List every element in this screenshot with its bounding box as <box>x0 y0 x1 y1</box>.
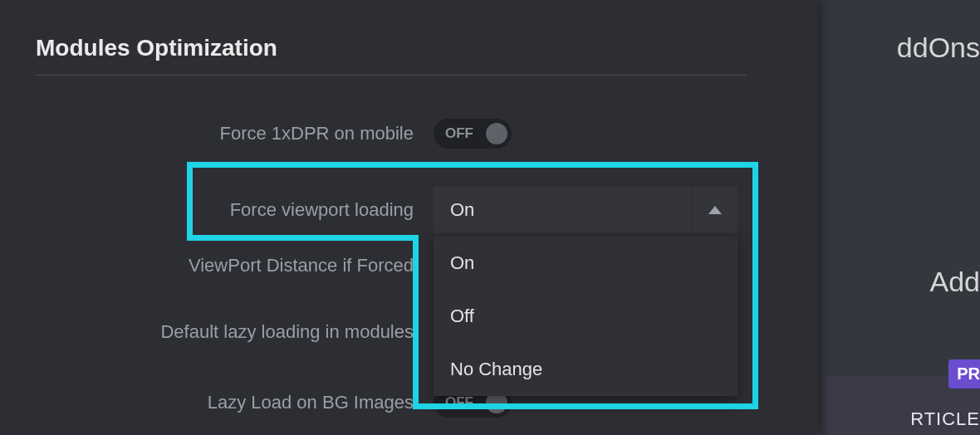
bg-add-text: Add <box>930 266 981 298</box>
label-lazy-bg: Lazy Load on BG Images <box>36 392 414 413</box>
section-divider <box>36 75 747 76</box>
toggle-knob <box>486 123 507 144</box>
bg-addons-text: ddOns <box>897 32 980 64</box>
chevron-up-icon <box>708 206 722 214</box>
select-force-viewport-button[interactable] <box>691 187 737 233</box>
label-force-viewport: Force viewport loading <box>36 199 414 221</box>
option-no-change[interactable]: No Change <box>434 343 737 396</box>
option-off[interactable]: Off <box>434 290 737 343</box>
dropdown-force-viewport: On Off No Change <box>434 237 737 396</box>
label-default-lazy: Default lazy loading in modules <box>36 321 414 343</box>
label-force-dpr: Force 1xDPR on mobile <box>36 123 414 144</box>
toggle-force-dpr-state: OFF <box>445 125 473 142</box>
highlight-box-join <box>187 235 419 241</box>
bg-pro-badge: PR <box>948 359 980 389</box>
select-force-viewport-wrap: On On Off No Change <box>434 187 737 233</box>
background-panel: ddOns Add PR RTICLE <box>814 0 980 435</box>
option-on[interactable]: On <box>434 237 737 290</box>
select-force-viewport-value: On <box>434 199 691 221</box>
section-title: Modules Optimization <box>36 35 277 61</box>
row-force-dpr: Force 1xDPR on mobile OFF <box>36 119 783 149</box>
select-force-viewport[interactable]: On <box>434 187 737 233</box>
row-force-viewport: Force viewport loading On On Off No Chan… <box>36 187 783 233</box>
label-viewport-distance: ViewPort Distance if Forced <box>36 255 414 276</box>
toggle-lazy-bg-state: OFF <box>445 394 473 411</box>
toggle-force-dpr[interactable]: OFF <box>434 119 512 149</box>
settings-panel: Modules Optimization Force 1xDPR on mobi… <box>0 0 818 435</box>
bg-card-text: RTICLE <box>910 408 980 430</box>
